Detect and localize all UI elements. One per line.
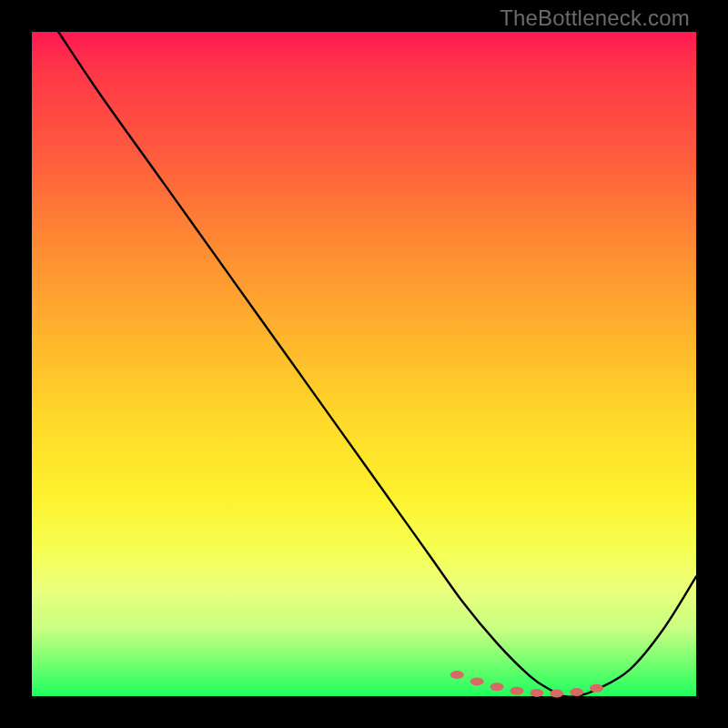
plot-area <box>32 32 696 696</box>
sweet-spot-dot <box>450 671 464 679</box>
sweet-spot-markers <box>450 671 603 698</box>
chart-frame: TheBottleneck.com <box>0 0 728 728</box>
sweet-spot-dot <box>470 677 484 685</box>
sweet-spot-dot <box>550 690 563 698</box>
sweet-spot-dot <box>510 687 523 695</box>
bottleneck-curve <box>58 32 696 697</box>
curve-svg <box>32 32 696 696</box>
sweet-spot-dot <box>590 684 603 693</box>
watermark-label: TheBottleneck.com <box>500 5 690 31</box>
sweet-spot-dot <box>570 688 583 696</box>
sweet-spot-dot <box>530 689 543 697</box>
sweet-spot-dot <box>490 682 504 691</box>
